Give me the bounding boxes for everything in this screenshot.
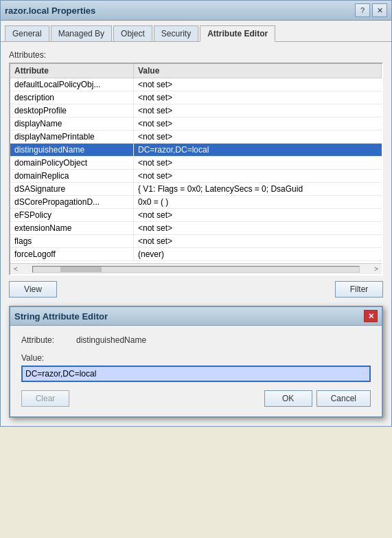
cancel-button[interactable]: Cancel xyxy=(316,390,371,407)
table-row-selected[interactable]: distinguishedName DC=razor,DC=local xyxy=(10,144,382,157)
dialog-attribute-label: Attribute: xyxy=(21,335,76,345)
string-attribute-editor-dialog: String Attribute Editor ✕ Attribute: dis… xyxy=(9,306,383,418)
attr-value: <not set> xyxy=(134,104,382,117)
title-bar: razor.local Properties ? ✕ xyxy=(1,1,391,21)
dialog-close-button[interactable]: ✕ xyxy=(364,310,378,322)
dialog-buttons-row: Clear OK Cancel xyxy=(21,390,371,407)
attr-value: <not set> xyxy=(134,170,382,182)
dialog-overlay: String Attribute Editor ✕ Attribute: dis… xyxy=(9,306,383,418)
tab-object[interactable]: Object xyxy=(113,25,152,42)
table-row[interactable]: desktopProfile <not set> xyxy=(10,104,382,117)
attr-value: <not set> xyxy=(134,222,382,234)
ok-button[interactable]: OK xyxy=(264,390,312,407)
help-button[interactable]: ? xyxy=(355,3,370,17)
dialog-value-label: Value: xyxy=(21,353,371,363)
window-title: razor.local Properties xyxy=(5,5,95,16)
title-bar-buttons: ? ✕ xyxy=(355,3,387,17)
close-window-button[interactable]: ✕ xyxy=(372,3,387,17)
tab-content: Attributes: Attribute Value defaultLocal… xyxy=(1,42,391,306)
dialog-title: String Attribute Editor xyxy=(14,311,108,322)
dialog-right-buttons: OK Cancel xyxy=(264,390,371,407)
dialog-attribute-row: Attribute: distinguishedName xyxy=(21,335,371,345)
attr-name: distinguishedName xyxy=(10,144,134,156)
attr-value: <not set> xyxy=(134,157,382,169)
tabs-bar: General Managed By Object Security Attri… xyxy=(1,21,391,42)
col-value: Value xyxy=(134,64,382,78)
attr-name: defaultLocalPolicyObj... xyxy=(10,78,134,91)
table-row[interactable]: description <not set> xyxy=(10,91,382,104)
table-row[interactable]: dSASignature { V1: Flags = 0x0; LatencyS… xyxy=(10,183,382,196)
table-header: Attribute Value xyxy=(10,64,382,78)
table-row[interactable]: flags <not set> xyxy=(10,235,382,248)
attr-value: <not set> xyxy=(134,117,382,130)
attr-value: <not set> xyxy=(134,78,382,91)
attr-name: domainReplica xyxy=(10,170,134,182)
dialog-body: Attribute: distinguishedName Value: Clea… xyxy=(10,326,382,416)
attr-value: 0x0 = ( ) xyxy=(134,196,382,208)
attr-name: dSCorePropagationD... xyxy=(10,196,134,208)
attr-name: forceLogoff xyxy=(10,248,134,260)
attr-name: desktopProfile xyxy=(10,104,134,117)
filter-button[interactable]: Filter xyxy=(335,281,383,298)
attr-value: { V1: Flags = 0x0; LatencySecs = 0; DsaG… xyxy=(134,183,382,195)
table-row[interactable]: eFSPolicy <not set> xyxy=(10,209,382,222)
attr-name: flags xyxy=(10,235,134,247)
table-row[interactable]: displayNamePrintable <not set> xyxy=(10,131,382,144)
view-button[interactable]: View xyxy=(9,281,57,298)
tab-attribute-editor[interactable]: Attribute Editor xyxy=(200,25,275,42)
table-row[interactable]: domainPolicyObject <not set> xyxy=(10,157,382,170)
col-attribute: Attribute xyxy=(10,64,134,78)
attr-value: <not set> xyxy=(134,91,382,104)
attr-value: (never) xyxy=(134,248,382,260)
clear-button[interactable]: Clear xyxy=(21,390,69,407)
table-row[interactable]: defaultLocalPolicyObj... <not set> xyxy=(10,78,382,91)
attr-value: <not set> xyxy=(134,131,382,143)
tab-general[interactable]: General xyxy=(5,25,49,42)
attributes-table: Attribute Value defaultLocalPolicyObj...… xyxy=(9,63,383,276)
dialog-attribute-name: distinguishedName xyxy=(76,335,146,345)
attr-value: <not set> xyxy=(134,209,382,221)
attr-name: description xyxy=(10,91,134,104)
table-row[interactable]: dSCorePropagationD... 0x0 = ( ) xyxy=(10,196,382,209)
value-input[interactable] xyxy=(21,366,371,382)
attr-name: domainPolicyObject xyxy=(10,157,134,169)
attr-name: extensionName xyxy=(10,222,134,234)
table-row[interactable]: domainReplica <not set> xyxy=(10,170,382,183)
tab-managed-by[interactable]: Managed By xyxy=(51,25,112,42)
table-row[interactable]: forceLogoff (never) xyxy=(10,248,382,261)
attr-name: eFSPolicy xyxy=(10,209,134,221)
attr-name: displayNamePrintable xyxy=(10,131,134,143)
attribute-rows: defaultLocalPolicyObj... <not set> descr… xyxy=(10,78,382,263)
attr-value: DC=razor,DC=local xyxy=(134,144,382,156)
main-window: razor.local Properties ? ✕ General Manag… xyxy=(0,0,392,427)
attr-name: dSASignature xyxy=(10,183,134,195)
tab-security[interactable]: Security xyxy=(154,25,198,42)
attr-value: <not set> xyxy=(134,235,382,247)
attributes-label: Attributes: xyxy=(9,50,383,60)
table-row[interactable]: extensionName <not set> xyxy=(10,222,382,235)
horizontal-scrollbar[interactable]: < > xyxy=(10,263,382,274)
main-buttons-row: View Filter xyxy=(9,281,383,298)
dialog-title-bar: String Attribute Editor ✕ xyxy=(10,307,382,326)
attr-name: displayName xyxy=(10,117,134,130)
table-row[interactable]: displayName <not set> xyxy=(10,117,382,131)
